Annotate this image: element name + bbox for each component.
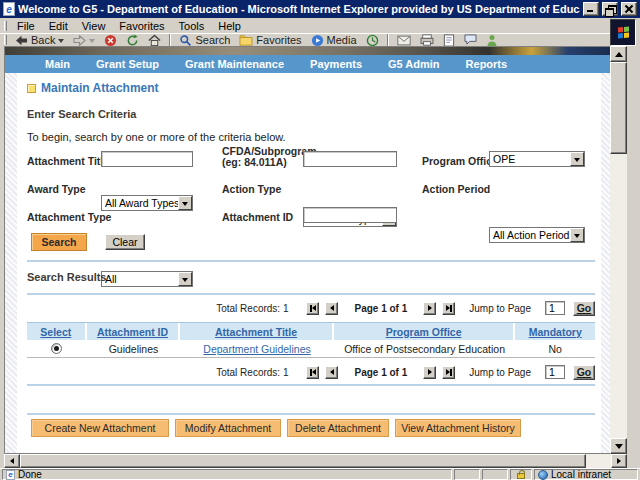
- toolbar-separator: [387, 34, 389, 46]
- go-button[interactable]: Go: [573, 301, 595, 316]
- row-select-cell: [27, 340, 87, 357]
- column-header-mandatory[interactable]: Mandatory: [515, 323, 595, 340]
- close-button[interactable]: [621, 2, 637, 16]
- first-page-button[interactable]: [306, 302, 319, 315]
- window-right-edge: [627, 46, 640, 454]
- forward-dropdown-caret[interactable]: [89, 39, 95, 46]
- chevron-down-icon[interactable]: [570, 152, 584, 166]
- scroll-left-button[interactable]: [4, 454, 20, 468]
- nav-reports[interactable]: Reports: [466, 58, 508, 70]
- refresh-button[interactable]: [122, 34, 143, 47]
- last-page-button[interactable]: [442, 366, 455, 379]
- previous-page-button[interactable]: [325, 302, 338, 315]
- next-page-button[interactable]: [423, 302, 436, 315]
- attachment-id-input[interactable]: [303, 207, 397, 223]
- menu-bar: File Edit View Favorites Tools Help: [0, 19, 610, 33]
- vertical-scrollbar[interactable]: [610, 46, 627, 454]
- history-button[interactable]: [362, 34, 383, 47]
- modify-attachment-button[interactable]: Modify Attachment: [175, 419, 281, 437]
- chevron-down-icon[interactable]: [570, 228, 584, 242]
- toolbar-grip[interactable]: [4, 35, 7, 45]
- horizontal-scroll-thumb[interactable]: [20, 454, 586, 468]
- award-type-select[interactable]: All Award Types: [101, 195, 193, 211]
- nav-payments[interactable]: Payments: [310, 58, 362, 70]
- chevron-down-icon[interactable]: [178, 272, 192, 286]
- home-button[interactable]: [144, 34, 165, 47]
- menu-file[interactable]: File: [10, 20, 42, 33]
- messenger-button[interactable]: [482, 34, 502, 47]
- header-banner-image: [5, 47, 610, 55]
- nav-main[interactable]: Main: [45, 58, 70, 70]
- previous-page-button[interactable]: [325, 366, 338, 379]
- scroll-up-button[interactable]: [610, 46, 627, 62]
- menu-grip[interactable]: [4, 21, 7, 31]
- divider: [27, 260, 595, 262]
- lock-icon: [517, 473, 525, 479]
- program-office-value: OPE: [493, 153, 515, 165]
- page-title: Maintain Attachment: [41, 81, 159, 95]
- column-header-select[interactable]: Select: [27, 323, 87, 340]
- stop-button[interactable]: [100, 34, 121, 47]
- discuss-icon: [464, 34, 477, 46]
- row-mandatory: No: [515, 340, 595, 357]
- last-page-button[interactable]: [442, 302, 455, 315]
- nav-g5-admin[interactable]: G5 Admin: [388, 58, 440, 70]
- program-office-select[interactable]: OPE: [489, 151, 585, 167]
- page-indicator: Page 1 of 1: [354, 303, 407, 314]
- edit-button[interactable]: [439, 34, 459, 47]
- mail-button[interactable]: [393, 34, 415, 47]
- horizontal-scrollbar[interactable]: [4, 454, 627, 468]
- jump-to-page-input[interactable]: [545, 301, 565, 315]
- view-attachment-history-button[interactable]: View Attachment History: [395, 419, 521, 437]
- first-page-button[interactable]: [306, 366, 319, 379]
- attachment-title-input[interactable]: [101, 151, 193, 167]
- column-header-attachment-title[interactable]: Attachment Title: [180, 323, 333, 340]
- scroll-down-button[interactable]: [610, 438, 627, 454]
- menu-help[interactable]: Help: [211, 20, 248, 33]
- history-icon: [366, 34, 379, 47]
- column-header-attachment-id[interactable]: Attachment ID: [87, 323, 181, 340]
- cfda-input[interactable]: [303, 151, 397, 167]
- row-attachment-title-link[interactable]: Department Guidelines: [180, 340, 333, 357]
- media-label: Media: [327, 34, 357, 46]
- scroll-right-button[interactable]: [611, 454, 627, 468]
- attachment-type-value: All: [105, 273, 117, 285]
- menu-view[interactable]: View: [75, 20, 113, 33]
- jump-to-page-input[interactable]: [545, 365, 565, 379]
- menu-tools[interactable]: Tools: [172, 20, 212, 33]
- vertical-scroll-thumb[interactable]: [610, 62, 627, 154]
- discuss-button[interactable]: [460, 34, 481, 47]
- search-results-heading: Search Results: [27, 271, 106, 283]
- media-button[interactable]: Media: [307, 34, 361, 47]
- nav-grant-maintenance[interactable]: Grant Maintenance: [185, 58, 284, 70]
- row-select-radio[interactable]: [51, 343, 62, 354]
- ie-document-icon: e: [3, 2, 15, 16]
- back-button[interactable]: Back: [11, 34, 68, 47]
- menu-favorites[interactable]: Favorites: [112, 20, 171, 33]
- menu-edit[interactable]: Edit: [42, 20, 75, 33]
- next-page-button[interactable]: [423, 366, 436, 379]
- attachment-type-select[interactable]: All: [101, 271, 193, 287]
- search-label: Search: [195, 34, 230, 46]
- window-title: Welcome to G5 - Department of Education …: [18, 3, 580, 15]
- delete-attachment-button[interactable]: Delete Attachment: [287, 419, 389, 437]
- restore-button[interactable]: [602, 2, 618, 16]
- forward-button[interactable]: [69, 34, 99, 47]
- back-dropdown-caret[interactable]: [58, 39, 64, 46]
- clear-button[interactable]: Clear: [105, 234, 145, 250]
- nav-grant-setup[interactable]: Grant Setup: [96, 58, 159, 70]
- create-new-attachment-button[interactable]: Create New Attachment: [31, 419, 169, 437]
- search-button[interactable]: Search: [31, 233, 87, 251]
- go-button[interactable]: Go: [573, 365, 595, 380]
- column-header-program-office[interactable]: Program Office: [334, 323, 516, 340]
- page-viewport: Main Grant Setup Grant Maintenance Payme…: [4, 46, 610, 454]
- program-office-label: Program Office: [422, 155, 498, 167]
- favorites-button[interactable]: Favorites: [235, 34, 305, 47]
- minimize-button[interactable]: [583, 2, 599, 16]
- search-button-ie[interactable]: Search: [175, 34, 234, 47]
- chevron-down-icon[interactable]: [178, 196, 192, 210]
- action-period-select[interactable]: All Action Periods: [489, 227, 585, 243]
- edit-icon: [443, 34, 455, 47]
- attachment-title-label: Attachment Title: [27, 155, 109, 167]
- print-button[interactable]: [416, 34, 438, 47]
